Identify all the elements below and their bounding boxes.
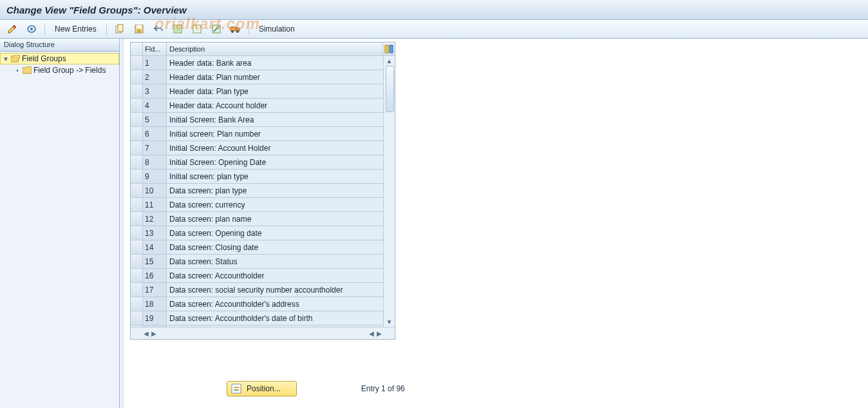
row-selector[interactable] (131, 297, 143, 311)
cell-description[interactable]: Data screen: Accountholder's date of dea… (167, 325, 395, 327)
table-row[interactable]: 8Initial Screen: Opening Date (131, 155, 395, 170)
row-selector[interactable] (131, 99, 143, 112)
row-selector[interactable] (131, 269, 143, 282)
table-row[interactable]: 14Data screen: Closing date (131, 240, 395, 255)
table-row[interactable]: 4Header data: Account holder (131, 99, 395, 113)
new-entries-button[interactable]: New Entries (50, 23, 102, 35)
cell-description[interactable]: Header data: Plan number (167, 70, 395, 84)
tree-node-field-groups[interactable]: ▼ Field Groups (0, 53, 119, 64)
tree-caret-icon[interactable]: ▼ (3, 55, 9, 63)
row-selector[interactable] (131, 141, 143, 155)
copy-button[interactable] (111, 23, 128, 35)
cell-description[interactable]: Initial screen: plan type (167, 170, 395, 183)
position-button[interactable]: Position... (227, 381, 297, 396)
horizontal-scrollbar[interactable]: ◀ ▶ ◀ ▶ (131, 327, 395, 339)
cell-description[interactable]: Data screen: Accountholder's address (167, 297, 395, 311)
table-row[interactable]: 13Data screen: Opening date (131, 226, 395, 240)
table-row[interactable]: 20Data screen: Accountholder's date of d… (131, 325, 395, 327)
row-selector[interactable] (131, 113, 143, 126)
cell-fld[interactable]: 2 (143, 70, 167, 84)
row-selector[interactable] (131, 198, 143, 211)
table-row[interactable]: 11Data screen: currency (131, 198, 395, 212)
cell-fld[interactable]: 15 (143, 255, 167, 268)
cell-description[interactable]: Initial screen: Plan number (167, 127, 395, 141)
cell-fld[interactable]: 4 (143, 99, 167, 112)
table-row[interactable]: 1Header data: Bank area (131, 56, 395, 70)
row-selector[interactable] (131, 184, 143, 197)
cell-fld[interactable]: 5 (143, 113, 167, 126)
select-all-button[interactable] (169, 23, 186, 35)
scroll-left-icon[interactable]: ◀ (144, 330, 149, 337)
cell-description[interactable]: Data screen: Closing date (167, 240, 395, 254)
simulation-button[interactable]: Simulation (254, 23, 300, 35)
table-row[interactable]: 17Data screen: social security number ac… (131, 283, 395, 297)
delete-button[interactable] (208, 23, 225, 35)
table-row[interactable]: 19Data screen: Accountholder's date of b… (131, 311, 395, 325)
row-selector[interactable] (131, 84, 143, 98)
cell-fld[interactable]: 9 (143, 170, 167, 183)
cell-description[interactable]: Header data: Bank area (167, 56, 395, 70)
toggle-change-button[interactable] (4, 23, 21, 35)
cell-description[interactable]: Header data: Plan type (167, 84, 395, 98)
grid-select-header[interactable] (131, 43, 143, 55)
scroll-left-step-icon[interactable]: ◀ (369, 330, 374, 337)
scroll-up-icon[interactable]: ▲ (384, 56, 394, 66)
table-row[interactable]: 9Initial screen: plan type (131, 170, 395, 184)
table-row[interactable]: 5Initial Screen: Bank Area (131, 113, 395, 127)
cell-description[interactable]: Data screen: Opening date (167, 226, 395, 240)
cell-fld[interactable]: 11 (143, 198, 167, 211)
scroll-thumb[interactable] (386, 66, 394, 112)
cell-description[interactable]: Data screen: plan name (167, 212, 395, 226)
row-selector[interactable] (131, 70, 143, 84)
cell-description[interactable]: Initial Screen: Opening Date (167, 155, 395, 169)
cell-fld[interactable]: 18 (143, 297, 167, 311)
row-selector[interactable] (131, 212, 143, 226)
cell-description[interactable]: Data screen: Status (167, 255, 395, 268)
deselect-all-button[interactable] (189, 23, 205, 35)
cell-fld[interactable]: 1 (143, 56, 167, 70)
row-selector[interactable] (131, 240, 143, 254)
table-row[interactable]: 16Data screen: Accountholder (131, 269, 395, 283)
cell-fld[interactable]: 3 (143, 84, 167, 98)
cell-fld[interactable]: 17 (143, 283, 167, 296)
cell-description[interactable]: Data screen: Accountholder's date of bir… (167, 311, 395, 325)
row-selector[interactable] (131, 226, 143, 240)
cell-description[interactable]: Data screen: currency (167, 198, 395, 211)
other-view-button[interactable] (23, 23, 40, 35)
row-selector[interactable] (131, 127, 143, 141)
table-row[interactable]: 7Initial Screen: Account Holder (131, 141, 395, 155)
table-row[interactable]: 2Header data: Plan number (131, 70, 395, 84)
transport-button[interactable] (227, 23, 244, 35)
scroll-right-step-icon[interactable]: ▶ (151, 330, 156, 337)
grid-configure-button[interactable] (383, 43, 395, 55)
row-selector[interactable] (131, 155, 143, 169)
cell-description[interactable]: Initial Screen: Bank Area (167, 113, 395, 126)
grid-col-description[interactable]: Description (167, 43, 383, 55)
cell-fld[interactable]: 19 (143, 311, 167, 325)
scroll-track[interactable] (384, 66, 394, 317)
cell-fld[interactable]: 10 (143, 184, 167, 197)
table-row[interactable]: 6Initial screen: Plan number (131, 127, 395, 141)
grid-col-fld[interactable]: Fld... (143, 43, 167, 55)
row-selector[interactable] (131, 255, 143, 268)
cell-fld[interactable]: 14 (143, 240, 167, 254)
row-selector[interactable] (131, 311, 143, 325)
cell-fld[interactable]: 12 (143, 212, 167, 226)
cell-description[interactable]: Initial Screen: Account Holder (167, 141, 395, 155)
cell-fld[interactable]: 7 (143, 141, 167, 155)
cell-description[interactable]: Data screen: plan type (167, 184, 395, 197)
cell-description[interactable]: Data screen: social security number acco… (167, 283, 395, 296)
row-selector[interactable] (131, 325, 143, 327)
row-selector[interactable] (131, 56, 143, 70)
table-row[interactable]: 3Header data: Plan type (131, 84, 395, 99)
table-row[interactable]: 10Data screen: plan type (131, 184, 395, 198)
scroll-right-icon[interactable]: ▶ (377, 330, 382, 337)
scroll-down-icon[interactable]: ▼ (384, 317, 394, 327)
row-selector[interactable] (131, 170, 143, 183)
cell-fld[interactable]: 16 (143, 269, 167, 282)
tree-node-field-group-fields[interactable]: • Field Group -> Fields (0, 64, 119, 76)
table-row[interactable]: 15Data screen: Status (131, 255, 395, 269)
row-selector[interactable] (131, 283, 143, 296)
cell-description[interactable]: Data screen: Accountholder (167, 269, 395, 282)
cell-fld[interactable]: 20 (143, 325, 167, 327)
